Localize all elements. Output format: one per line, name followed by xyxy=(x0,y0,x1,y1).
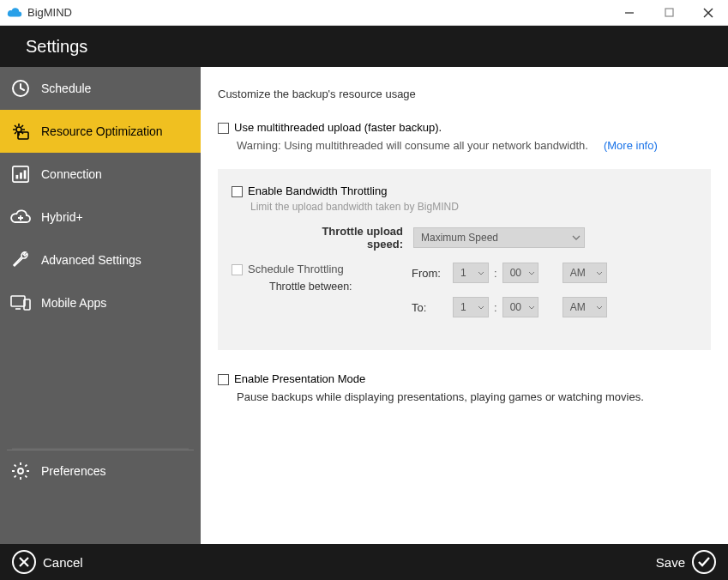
close-button[interactable] xyxy=(689,0,728,25)
window-controls xyxy=(610,0,728,25)
svg-point-5 xyxy=(16,127,21,132)
chevron-down-icon xyxy=(572,235,581,240)
bars-icon xyxy=(9,162,33,186)
enable-throttling-checkbox[interactable] xyxy=(232,186,243,197)
minimize-button[interactable] xyxy=(610,0,649,25)
gear-box-icon xyxy=(9,119,33,143)
check-icon xyxy=(692,550,716,574)
sidebar-item-label: Advanced Settings xyxy=(41,253,141,267)
to-hour-dropdown[interactable]: 1 xyxy=(453,297,489,317)
enable-throttling-label: Enable Bandwidth Throttling xyxy=(248,184,387,197)
presentation-mode-desc: Pause backups while displaying presentat… xyxy=(237,390,711,403)
chevron-down-icon xyxy=(478,305,484,310)
time-colon: : xyxy=(494,301,497,314)
throttle-between-label: Throttle between: xyxy=(269,281,412,293)
from-label: From: xyxy=(412,267,453,280)
close-icon xyxy=(12,550,36,574)
presentation-mode-label: Enable Presentation Mode xyxy=(234,372,365,385)
sidebar-item-label: Schedule xyxy=(41,82,91,95)
throttle-speed-value: Maximum Speed xyxy=(421,232,498,244)
svg-rect-10 xyxy=(24,170,27,178)
wrench-icon xyxy=(9,248,33,272)
svg-rect-8 xyxy=(16,175,19,179)
chevron-down-icon xyxy=(528,271,535,275)
time-colon: : xyxy=(494,267,497,280)
more-info-link[interactable]: (More info) xyxy=(604,139,658,152)
content-heading: Customize the backup's resource usage xyxy=(218,88,711,100)
sidebar-item-preferences[interactable]: Preferences xyxy=(0,450,201,492)
chevron-down-icon xyxy=(596,271,603,275)
clock-icon xyxy=(9,76,33,100)
sidebar-item-label: Connection xyxy=(41,167,102,181)
sidebar-item-label: Preferences xyxy=(41,464,105,478)
schedule-throttling-checkbox[interactable] xyxy=(232,264,243,275)
footer: Cancel Save xyxy=(0,544,728,580)
from-hour-dropdown[interactable]: 1 xyxy=(453,263,489,283)
devices-icon xyxy=(9,291,33,315)
throttling-sub: Limit the upload bandwidth taken by BigM… xyxy=(250,201,697,213)
multithreaded-row: Use multithreaded upload (faster backup)… xyxy=(218,121,711,134)
to-ampm-dropdown[interactable]: AM xyxy=(563,297,607,317)
sidebar-item-label: Hybrid+ xyxy=(41,210,83,224)
save-label: Save xyxy=(656,555,685,570)
multithreaded-warning: Warning: Using multithreaded will consum… xyxy=(237,139,588,152)
from-ampm-dropdown[interactable]: AM xyxy=(563,263,607,283)
sidebar-item-connection[interactable]: Connection xyxy=(0,153,201,196)
content-pane: Customize the backup's resource usage Us… xyxy=(201,67,728,544)
svg-rect-9 xyxy=(20,172,22,178)
app-title: BigMIND xyxy=(27,6,610,19)
sidebar-item-resource-optimization[interactable]: Resource Optimization xyxy=(0,110,201,153)
page-header: Settings xyxy=(0,26,728,67)
to-minute-dropdown[interactable]: 00 xyxy=(502,297,538,317)
sidebar-item-mobile-apps[interactable]: Mobile Apps xyxy=(0,281,201,324)
cancel-button[interactable]: Cancel xyxy=(12,550,83,574)
from-minute-dropdown[interactable]: 00 xyxy=(502,263,538,283)
sidebar-item-hybrid[interactable]: Hybrid+ xyxy=(0,196,201,239)
sidebar-item-label: Resource Optimization xyxy=(41,124,163,138)
throttle-speed-label: Throttle upload speed: xyxy=(283,225,403,251)
titlebar: BigMIND xyxy=(0,0,728,26)
chevron-down-icon xyxy=(528,305,535,310)
cloud-icon xyxy=(7,7,22,19)
cancel-label: Cancel xyxy=(43,555,83,570)
throttling-panel: Enable Bandwidth Throttling Limit the up… xyxy=(218,169,711,350)
save-button[interactable]: Save xyxy=(656,550,716,574)
maximize-button[interactable] xyxy=(649,0,689,25)
chevron-down-icon xyxy=(596,305,603,310)
sidebar: Schedule Resource Optimization Connectio… xyxy=(0,67,201,544)
sidebar-item-advanced-settings[interactable]: Advanced Settings xyxy=(0,239,201,281)
to-label: To: xyxy=(412,301,453,314)
chevron-down-icon xyxy=(478,271,484,275)
multithreaded-checkbox[interactable] xyxy=(218,123,229,134)
gear-icon xyxy=(9,459,33,483)
svg-point-14 xyxy=(18,468,23,474)
sidebar-item-schedule[interactable]: Schedule xyxy=(0,67,201,110)
page-title: Settings xyxy=(26,37,87,57)
sidebar-item-label: Mobile Apps xyxy=(41,296,106,310)
schedule-throttling-label: Schedule Throttling xyxy=(248,263,344,275)
svg-rect-1 xyxy=(665,9,673,16)
throttle-speed-dropdown[interactable]: Maximum Speed xyxy=(413,227,585,248)
multithreaded-label: Use multithreaded upload (faster backup)… xyxy=(234,121,442,134)
cloud-plus-icon xyxy=(9,205,33,229)
presentation-mode-checkbox[interactable] xyxy=(218,374,229,385)
svg-rect-11 xyxy=(11,296,25,306)
